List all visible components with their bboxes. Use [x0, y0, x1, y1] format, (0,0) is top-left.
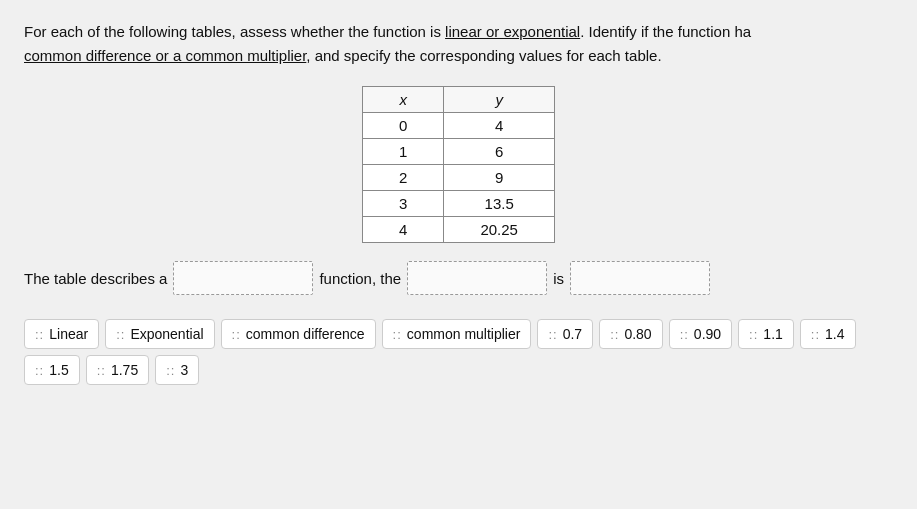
table-row-2-col-0: 2	[363, 165, 444, 191]
token-3[interactable]: ::3	[155, 355, 199, 385]
instructions: For each of the following tables, assess…	[24, 20, 893, 68]
token-drag-handle: ::	[610, 327, 619, 342]
token-0.80[interactable]: ::0.80	[599, 319, 662, 349]
table-area: x y 041629313.5420.25	[24, 86, 893, 243]
data-table: x y 041629313.5420.25	[362, 86, 555, 243]
token-drag-handle: ::	[811, 327, 820, 342]
instruction-line1-prefix: For each of the following tables, assess…	[24, 23, 445, 40]
blank-function-type[interactable]	[173, 261, 313, 295]
token-exponential[interactable]: ::Exponential	[105, 319, 214, 349]
token-drag-handle: ::	[393, 327, 402, 342]
token-0.90[interactable]: ::0.90	[669, 319, 732, 349]
token-label: 1.5	[49, 362, 68, 378]
token-label: 3	[180, 362, 188, 378]
token-label: 0.90	[694, 326, 721, 342]
token-drag-handle: ::	[97, 363, 106, 378]
token-drag-handle: ::	[166, 363, 175, 378]
blank-common-type[interactable]	[407, 261, 547, 295]
token-drag-handle: ::	[116, 327, 125, 342]
token-drag-handle: ::	[232, 327, 241, 342]
token-label: common difference	[246, 326, 365, 342]
token-drag-handle: ::	[548, 327, 557, 342]
token-label: 1.4	[825, 326, 844, 342]
table-row-4-col-1: 20.25	[444, 217, 555, 243]
tokens-row-2: ::1.5::1.75::3	[24, 355, 893, 385]
col-header-y: y	[444, 87, 555, 113]
blank-value[interactable]	[570, 261, 710, 295]
token-label: 0.7	[563, 326, 582, 342]
instruction-underline2: common difference or a common multiplier	[24, 47, 306, 64]
sentence-prefix: The table describes a	[24, 270, 167, 287]
token-drag-handle: ::	[35, 327, 44, 342]
sentence-row: The table describes a function, the is	[24, 261, 893, 295]
token-1.1[interactable]: ::1.1	[738, 319, 794, 349]
token-label: 1.1	[763, 326, 782, 342]
table-row-3-col-1: 13.5	[444, 191, 555, 217]
tokens-row: ::Linear::Exponential::common difference…	[24, 319, 893, 349]
instruction-line2-rest: , and specify the corresponding values f…	[306, 47, 661, 64]
token-common-multiplier[interactable]: ::common multiplier	[382, 319, 532, 349]
token-label: common multiplier	[407, 326, 521, 342]
table-row-0-col-0: 0	[363, 113, 444, 139]
token-0.7[interactable]: ::0.7	[537, 319, 593, 349]
instruction-underline1: linear or exponential	[445, 23, 580, 40]
token-label: 0.80	[624, 326, 651, 342]
token-drag-handle: ::	[680, 327, 689, 342]
token-drag-handle: ::	[35, 363, 44, 378]
col-header-x: x	[363, 87, 444, 113]
table-row-1-col-1: 6	[444, 139, 555, 165]
token-label: Linear	[49, 326, 88, 342]
table-row-1-col-0: 1	[363, 139, 444, 165]
token-1.5[interactable]: ::1.5	[24, 355, 80, 385]
sentence-middle: function, the	[319, 270, 401, 287]
token-linear[interactable]: ::Linear	[24, 319, 99, 349]
token-1.4[interactable]: ::1.4	[800, 319, 856, 349]
token-1.75[interactable]: ::1.75	[86, 355, 149, 385]
token-drag-handle: ::	[749, 327, 758, 342]
table-row-2-col-1: 9	[444, 165, 555, 191]
table-row-4-col-0: 4	[363, 217, 444, 243]
table-row-3-col-0: 3	[363, 191, 444, 217]
table-row-0-col-1: 4	[444, 113, 555, 139]
instruction-line1-rest: . Identify if the function ha	[580, 23, 751, 40]
token-label: Exponential	[130, 326, 203, 342]
sentence-is: is	[553, 270, 564, 287]
token-common-difference[interactable]: ::common difference	[221, 319, 376, 349]
token-label: 1.75	[111, 362, 138, 378]
